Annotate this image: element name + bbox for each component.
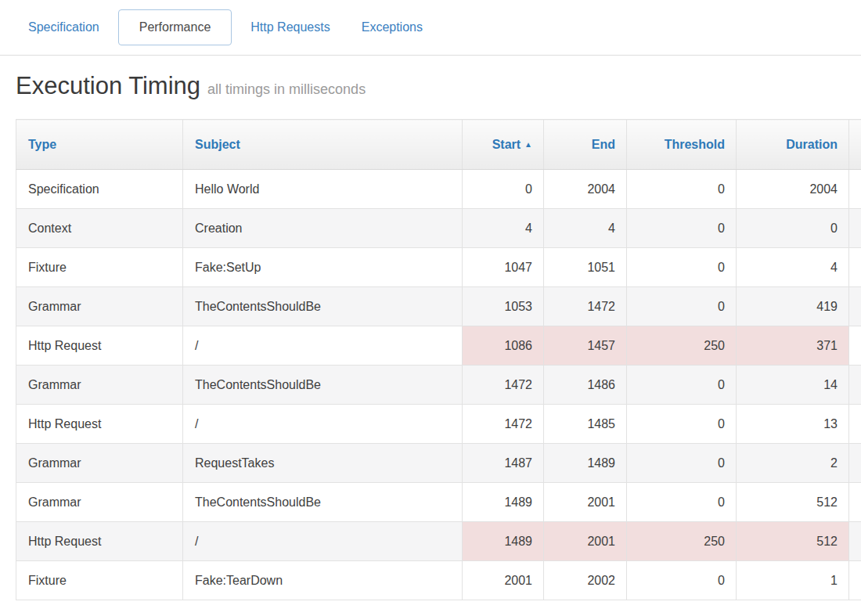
cell-extra <box>849 483 861 522</box>
cell-threshold: 0 <box>627 248 737 287</box>
cell-start: 1086 <box>463 326 544 366</box>
cell-threshold: 0 <box>627 209 737 248</box>
cell-end: 2001 <box>544 522 627 561</box>
cell-duration: 14 <box>737 366 849 405</box>
cell-end: 2001 <box>544 483 627 522</box>
tab-exceptions[interactable]: Exceptions <box>349 9 435 45</box>
tab-specification[interactable]: Specification <box>16 9 112 45</box>
cell-end: 1486 <box>544 366 627 405</box>
cell-threshold: 0 <box>627 170 737 209</box>
table-row: Http Request/14721485013 <box>16 405 861 444</box>
table-row: Http Request/10861457250371 <box>16 326 861 366</box>
cell-type: Http Request <box>16 522 183 561</box>
cell-start: 4 <box>463 209 544 248</box>
table-header-row: TypeSubjectStart▲EndThresholdDuration <box>16 120 861 170</box>
table-row: FixtureFake:TearDown2001200201 <box>16 561 861 600</box>
cell-extra <box>849 209 861 248</box>
cell-subject: Fake:TearDown <box>183 561 463 600</box>
cell-extra <box>849 561 861 600</box>
table-row: SpecificationHello World0200402004 <box>16 170 861 209</box>
cell-start: 1487 <box>463 444 544 483</box>
cell-type: Fixture <box>16 561 183 600</box>
column-header-subject[interactable]: Subject <box>183 120 463 170</box>
column-header-end[interactable]: End <box>544 120 627 170</box>
cell-type: Grammar <box>16 366 183 405</box>
cell-start: 1053 <box>463 287 544 326</box>
cell-start: 0 <box>463 170 544 209</box>
cell-end: 4 <box>544 209 627 248</box>
page-subtitle: all timings in milliseconds <box>207 81 366 97</box>
cell-threshold: 250 <box>627 522 737 561</box>
page-title: Execution Timing <box>16 72 200 99</box>
cell-duration: 4 <box>737 248 849 287</box>
column-header-duration[interactable]: Duration <box>737 120 849 170</box>
table-row: GrammarTheContentsShouldBe14721486014 <box>16 366 861 405</box>
cell-type: Grammar <box>16 287 183 326</box>
cell-threshold: 0 <box>627 561 737 600</box>
cell-extra <box>849 248 861 287</box>
cell-subject: RequestTakes <box>183 444 463 483</box>
cell-threshold: 250 <box>627 326 737 366</box>
cell-subject: / <box>183 522 463 561</box>
cell-subject: Fake:SetUp <box>183 248 463 287</box>
cell-start: 1489 <box>463 483 544 522</box>
tab-bar: Specification Performance Http Requests … <box>0 0 861 56</box>
cell-duration: 13 <box>737 405 849 444</box>
sort-ascending-icon: ▲ <box>524 140 532 149</box>
tab-performance[interactable]: Performance <box>118 9 232 45</box>
cell-start: 2001 <box>463 561 544 600</box>
column-header-threshold[interactable]: Threshold <box>627 120 737 170</box>
execution-timing-table: TypeSubjectStart▲EndThresholdDuration Sp… <box>16 119 861 600</box>
cell-start: 1472 <box>463 366 544 405</box>
tab-http-requests[interactable]: Http Requests <box>238 9 342 45</box>
cell-duration: 2004 <box>737 170 849 209</box>
cell-extra <box>849 444 861 483</box>
cell-threshold: 0 <box>627 444 737 483</box>
table-row: GrammarTheContentsShouldBe148920010512 <box>16 483 861 522</box>
cell-extra <box>849 287 861 326</box>
cell-end: 1489 <box>544 444 627 483</box>
cell-threshold: 0 <box>627 366 737 405</box>
cell-duration: 512 <box>737 522 849 561</box>
cell-extra <box>849 326 861 366</box>
cell-end: 1051 <box>544 248 627 287</box>
table-row: GrammarTheContentsShouldBe105314720419 <box>16 287 861 326</box>
cell-extra <box>849 366 861 405</box>
cell-threshold: 0 <box>627 483 737 522</box>
cell-duration: 512 <box>737 483 849 522</box>
cell-type: Http Request <box>16 326 183 366</box>
cell-type: Grammar <box>16 483 183 522</box>
table-row: GrammarRequestTakes1487148902 <box>16 444 861 483</box>
cell-type: Http Request <box>16 405 183 444</box>
cell-duration: 371 <box>737 326 849 366</box>
cell-duration: 419 <box>737 287 849 326</box>
cell-subject: Creation <box>183 209 463 248</box>
cell-duration: 1 <box>737 561 849 600</box>
cell-type: Specification <box>16 170 183 209</box>
cell-type: Fixture <box>16 248 183 287</box>
cell-subject: Hello World <box>183 170 463 209</box>
cell-subject: TheContentsShouldBe <box>183 287 463 326</box>
column-header-start[interactable]: Start▲ <box>463 120 544 170</box>
cell-duration: 2 <box>737 444 849 483</box>
page-heading: Execution Timingall timings in milliseco… <box>16 72 845 100</box>
cell-end: 1485 <box>544 405 627 444</box>
cell-duration: 0 <box>737 209 849 248</box>
column-header-extra <box>849 120 861 170</box>
cell-subject: TheContentsShouldBe <box>183 483 463 522</box>
table-row: Http Request/14892001250512 <box>16 522 861 561</box>
cell-extra <box>849 405 861 444</box>
cell-end: 1457 <box>544 326 627 366</box>
cell-threshold: 0 <box>627 405 737 444</box>
cell-start: 1489 <box>463 522 544 561</box>
cell-end: 2004 <box>544 170 627 209</box>
table-row: FixtureFake:SetUp1047105104 <box>16 248 861 287</box>
cell-start: 1472 <box>463 405 544 444</box>
cell-extra <box>849 522 861 561</box>
cell-type: Grammar <box>16 444 183 483</box>
table-row: ContextCreation4400 <box>16 209 861 248</box>
cell-subject: / <box>183 326 463 366</box>
column-header-type[interactable]: Type <box>16 120 183 170</box>
cell-subject: TheContentsShouldBe <box>183 366 463 405</box>
cell-extra <box>849 170 861 209</box>
